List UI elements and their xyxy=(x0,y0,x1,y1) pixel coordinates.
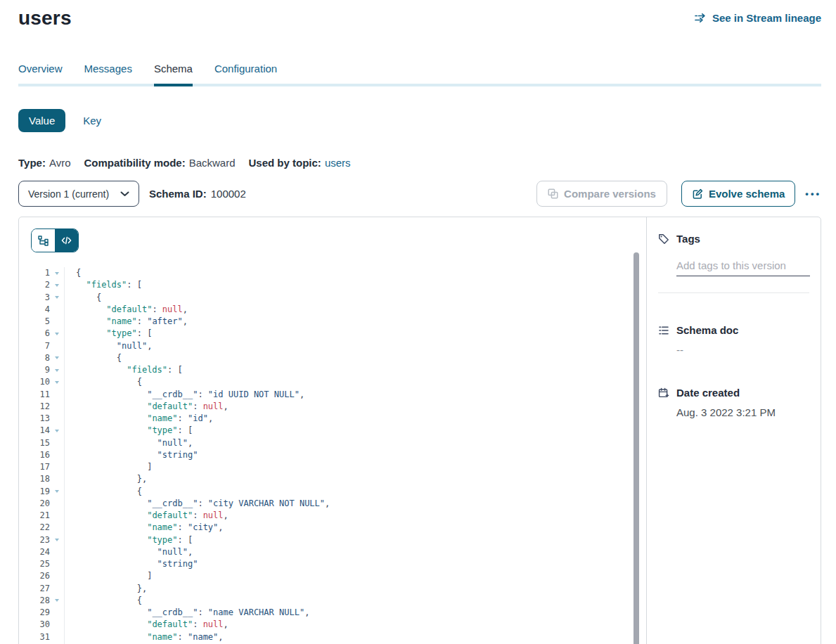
fold-toggle-icon[interactable] xyxy=(50,267,65,279)
compatibility-mode: Compatibility mode: Backward xyxy=(84,157,235,169)
line-number: 23 xyxy=(19,534,50,546)
compare-versions-button[interactable]: Compare versions xyxy=(536,181,667,207)
calendar-plus-icon xyxy=(658,387,669,399)
line-number: 8 xyxy=(19,352,50,364)
code-text: "type": [ xyxy=(65,425,193,437)
code-text: "string" xyxy=(65,558,198,570)
code-text: ] xyxy=(65,570,152,582)
topic-label: Used by topic: xyxy=(249,157,321,169)
compare-versions-label: Compare versions xyxy=(564,188,656,200)
line-number: 17 xyxy=(19,461,50,473)
type-label: Type: xyxy=(18,157,46,169)
editor-scrollbar[interactable] xyxy=(634,252,639,644)
value-key-toggle: Value Key xyxy=(18,109,821,132)
code-text: { xyxy=(65,486,142,498)
topic-link[interactable]: users xyxy=(325,157,351,169)
fold-gutter xyxy=(50,558,65,570)
used-by-topic: Used by topic: users xyxy=(249,157,351,169)
line-number: 7 xyxy=(19,340,50,352)
code-line: 31 "name": "name", xyxy=(19,631,646,643)
tab-configuration[interactable]: Configuration xyxy=(214,63,277,86)
stream-lineage-label: See in Stream lineage xyxy=(712,12,821,24)
line-number: 31 xyxy=(19,631,50,643)
code-line: 20 "__crdb__": "city VARCHAR NOT NULL", xyxy=(19,498,646,510)
code-text: "type": [ xyxy=(65,534,193,546)
code-text: "default": null, xyxy=(65,304,188,316)
fold-toggle-icon[interactable] xyxy=(50,425,65,437)
code-line: 13 "name": "id", xyxy=(19,413,646,425)
date-created-value: Aug. 3 2022 3:21 PM xyxy=(676,406,809,418)
value-tab-button[interactable]: Value xyxy=(18,109,65,132)
schema-doc-value: -- xyxy=(676,344,809,356)
code-line: 21 "default": null, xyxy=(19,510,646,522)
fold-gutter xyxy=(50,570,65,582)
schema-actions: Compare versions Evolve schema ••• xyxy=(536,181,821,207)
code-line: 18 }, xyxy=(19,473,646,485)
code-text: { xyxy=(65,595,142,607)
line-number: 11 xyxy=(19,389,50,401)
tab-overview[interactable]: Overview xyxy=(18,63,63,86)
code-view-icon xyxy=(61,236,72,245)
code-line: 8 { xyxy=(19,352,646,364)
code-text: { xyxy=(65,267,81,279)
line-number: 15 xyxy=(19,437,50,449)
type-value: Avro xyxy=(49,157,71,169)
fold-gutter xyxy=(50,316,65,328)
fold-gutter xyxy=(50,631,65,643)
code-line: 16 "string" xyxy=(19,449,646,461)
tab-bar: OverviewMessagesSchemaConfiguration xyxy=(18,63,821,86)
tag-icon xyxy=(658,233,669,245)
tab-schema[interactable]: Schema xyxy=(154,63,193,86)
schema-panel: 1{2 "fields": [3 {4 "default": null,5 "n… xyxy=(18,217,821,644)
line-number: 30 xyxy=(19,619,50,631)
fold-toggle-icon[interactable] xyxy=(50,292,65,304)
fold-gutter xyxy=(50,498,65,510)
line-number: 9 xyxy=(19,364,50,376)
fold-toggle-icon[interactable] xyxy=(50,376,65,388)
code-text: { xyxy=(65,352,122,364)
fold-gutter xyxy=(50,389,65,401)
line-number: 16 xyxy=(19,449,50,461)
line-number: 22 xyxy=(19,522,50,534)
line-number: 5 xyxy=(19,316,50,328)
line-number: 21 xyxy=(19,510,50,522)
version-select-value: Version 1 (current) xyxy=(28,188,109,200)
fold-toggle-icon[interactable] xyxy=(50,364,65,376)
line-number: 26 xyxy=(19,570,50,582)
schema-controls-row: Version 1 (current) Schema ID: 100002 Co… xyxy=(18,181,821,207)
fold-toggle-icon[interactable] xyxy=(50,595,65,607)
stream-lineage-link[interactable]: See in Stream lineage xyxy=(695,12,821,24)
fold-gutter xyxy=(50,546,65,558)
fold-gutter xyxy=(50,510,65,522)
fold-toggle-icon[interactable] xyxy=(50,352,65,364)
tab-messages[interactable]: Messages xyxy=(84,63,132,86)
code-line: 12 "default": null, xyxy=(19,401,646,413)
code-text: "null", xyxy=(65,340,152,352)
code-line: 24 "null", xyxy=(19,546,646,558)
code-text: "default": null, xyxy=(65,401,229,413)
line-number: 10 xyxy=(19,376,50,388)
line-number: 25 xyxy=(19,558,50,570)
code-view-button[interactable] xyxy=(55,229,78,252)
code-line: 22 "name": "city", xyxy=(19,522,646,534)
evolve-schema-button[interactable]: Evolve schema xyxy=(681,181,795,207)
schema-editor: 1{2 "fields": [3 {4 "default": null,5 "n… xyxy=(19,217,646,644)
code-line: 19 { xyxy=(19,486,646,498)
more-actions-button[interactable]: ••• xyxy=(805,188,821,199)
compatibility-label: Compatibility mode: xyxy=(84,157,185,169)
page-title: users xyxy=(18,7,72,30)
tree-view-button[interactable] xyxy=(32,229,55,252)
line-number: 2 xyxy=(19,279,50,291)
schema-doc-label: Schema doc xyxy=(676,324,738,336)
fold-toggle-icon[interactable] xyxy=(50,328,65,340)
code-text: "default": null, xyxy=(65,510,229,522)
code-text: "__crdb__": "id UUID NOT NULL", xyxy=(65,389,304,401)
tags-input[interactable] xyxy=(676,259,810,276)
fold-gutter xyxy=(50,619,65,631)
fold-toggle-icon[interactable] xyxy=(50,534,65,546)
version-select[interactable]: Version 1 (current) xyxy=(18,181,139,207)
fold-toggle-icon[interactable] xyxy=(50,486,65,498)
code-line: 9 "fields": [ xyxy=(19,364,646,376)
key-tab-button[interactable]: Key xyxy=(83,115,101,127)
fold-toggle-icon[interactable] xyxy=(50,279,65,291)
